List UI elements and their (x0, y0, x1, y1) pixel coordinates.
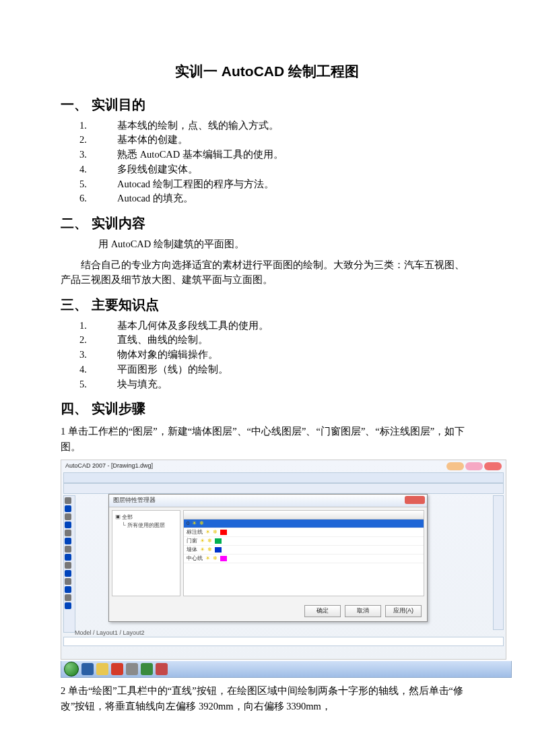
list-item-text: 块与填充。 (117, 379, 168, 389)
list-item-text: 物体对象的编辑操作。 (117, 349, 218, 360)
modify-toolbar[interactable] (493, 495, 504, 630)
section-4-label: 实训步骤 (92, 401, 145, 416)
list-item-text: 熟悉 AutoCAD 基本编辑工具的使用。 (117, 149, 283, 160)
layer-row[interactable]: 墙体 ☀❄ (184, 546, 424, 555)
taskbar-autocad-icon[interactable] (156, 663, 168, 675)
section-3-num: 三、 (61, 294, 92, 315)
draw-toolbar[interactable] (63, 495, 75, 633)
taskbar-app-icon[interactable] (126, 663, 138, 675)
list-item: 3.物体对象的编辑操作。 (98, 348, 473, 363)
layer-name: 门窗 (187, 537, 197, 545)
list-item-text: 基本线的绘制，点、线的输入方式。 (117, 120, 279, 131)
tree-node-label: 所有使用的图层 (127, 522, 165, 528)
tool-icon[interactable] (65, 554, 71, 561)
dialog-close-icon[interactable] (405, 496, 425, 504)
embedded-screenshot: AutoCAD 2007 - [Drawing1.dwg] 图层特性管理器 ▣ … (61, 460, 506, 660)
dialog-title: 图层特性管理器 (113, 496, 156, 505)
taskbar-folder-icon[interactable] (96, 663, 108, 675)
list-item-text: Autocad 绘制工程图的程序与方法。 (117, 179, 274, 189)
tool-icon[interactable] (65, 586, 71, 593)
minimize-icon[interactable] (446, 462, 464, 470)
layer-list[interactable]: 0 ☀❄ 标注线 ☀❄ 门窗 ☀❄ 墙体 (183, 510, 424, 596)
maximize-icon[interactable] (465, 462, 483, 470)
color-swatch (220, 556, 227, 561)
section-1-num: 一、 (61, 94, 92, 115)
ok-button[interactable]: 确定 (304, 605, 341, 617)
section-2-para-text: 结合自己的专业方向选择适宜的素材进行平面图的绘制。大致分为三类：汽车五视图、产品… (61, 259, 465, 285)
tool-icon[interactable] (65, 513, 71, 520)
apply-button[interactable]: 应用(A) (385, 605, 422, 617)
section-1-list: 1.基本线的绘制，点、线的输入方式。 2.基本体的创建。 3.熟悉 AutoCA… (98, 119, 473, 207)
tool-icon[interactable] (65, 570, 71, 577)
list-item: 6.Autocad 的填充。 (98, 191, 473, 206)
tool-icon[interactable] (65, 546, 71, 553)
layer-name: 中心线 (187, 555, 203, 563)
section-3-list: 1.基本几何体及多段线工具的使用。 2.直线、曲线的绘制。 3.物体对象的编辑操… (98, 319, 473, 392)
command-line[interactable] (63, 637, 504, 646)
start-button[interactable] (64, 662, 79, 676)
layer-name: 墙体 (187, 546, 197, 554)
section-2-heading: 二、实训内容 (61, 213, 473, 233)
toolbar-strip[interactable] (63, 483, 504, 494)
layer-name: 0 (187, 519, 189, 528)
list-item-text: 基本几何体及多段线工具的使用。 (117, 320, 269, 331)
step-2-text: 2 单击“绘图”工具栏中的“直线”按钮，在绘图区域中间绘制两条十字形的轴线，然后… (61, 683, 473, 714)
close-icon[interactable] (484, 462, 502, 470)
section-4-num: 四、 (61, 398, 92, 418)
taskbar-app-icon[interactable] (141, 663, 153, 675)
step-1-text: 1 单击工作栏的“图层”，新建“墙体图层”、“中心线图层”、“门窗图层”、“标注… (61, 424, 473, 454)
section-2-line1: 用 AutoCAD 绘制建筑的平面图。 (98, 237, 473, 252)
tree-node[interactable]: ▣ 全部 (115, 513, 177, 522)
list-item: 4.平面图形（线）的绘制。 (98, 363, 473, 377)
taskbar-app-icon[interactable] (111, 663, 123, 675)
tree-node-label: 全部 (122, 514, 133, 520)
layer-row[interactable]: 门窗 ☀❄ (184, 537, 424, 546)
color-swatch (220, 530, 227, 535)
tool-icon[interactable] (65, 578, 71, 585)
app-title: AutoCAD 2007 - [Drawing1.dwg] (65, 462, 153, 471)
list-item: 1.基本线的绘制，点、线的输入方式。 (98, 119, 473, 133)
color-swatch (207, 521, 213, 526)
layer-list-header[interactable] (184, 511, 424, 519)
list-item-text: 多段线创建实体。 (117, 164, 198, 175)
layer-row[interactable]: 中心线 ☀❄ (184, 555, 424, 563)
layer-manager-dialog: 图层特性管理器 ▣ 全部 └ 所有使用的图层 0 ☀❄ 标注线 (108, 494, 428, 622)
color-swatch (215, 547, 222, 553)
layer-row[interactable]: 0 ☀❄ (184, 519, 424, 528)
color-swatch (215, 538, 222, 544)
cancel-button[interactable]: 取消 (345, 605, 381, 617)
section-1-label: 实训目的 (92, 97, 145, 112)
tool-icon[interactable] (65, 562, 71, 569)
layer-row[interactable]: 标注线 ☀❄ (184, 528, 424, 537)
tool-icon[interactable] (65, 538, 71, 544)
window-controls (446, 462, 502, 470)
tool-icon[interactable] (65, 505, 71, 512)
list-item: 2.直线、曲线的绘制。 (98, 333, 473, 348)
taskbar-ie-icon[interactable] (81, 663, 94, 675)
tool-icon[interactable] (65, 530, 71, 536)
tool-icon[interactable] (65, 497, 71, 504)
list-item: 5.Autocad 绘制工程图的程序与方法。 (98, 177, 473, 192)
section-3-label: 主要知识点 (92, 297, 159, 312)
section-4-heading: 四、实训步骤 (61, 398, 473, 418)
list-item-text: 平面图形（线）的绘制。 (117, 364, 228, 375)
dialog-titlebar: 图层特性管理器 (109, 495, 427, 507)
page-title: 实训一 AutoCAD 绘制工程图 (61, 61, 473, 82)
tree-node[interactable]: └ 所有使用的图层 (115, 522, 177, 530)
tool-icon[interactable] (65, 594, 71, 601)
tool-icon[interactable] (65, 522, 71, 528)
windows-taskbar (61, 661, 512, 678)
list-item-text: 直线、曲线的绘制。 (117, 334, 208, 345)
section-2-num: 二、 (61, 213, 92, 233)
section-2-label: 实训内容 (92, 216, 145, 230)
tool-icon[interactable] (65, 602, 71, 609)
list-item: 1.基本几何体及多段线工具的使用。 (98, 319, 473, 334)
list-item-text: 基本体的创建。 (117, 134, 188, 145)
layer-filter-tree[interactable]: ▣ 全部 └ 所有使用的图层 (112, 510, 180, 596)
list-item-text: Autocad 的填充。 (117, 193, 193, 203)
section-1-heading: 一、实训目的 (61, 94, 473, 115)
section-3-heading: 三、主要知识点 (61, 294, 473, 315)
menu-bar[interactable] (63, 472, 504, 483)
list-item: 3.熟悉 AutoCAD 基本编辑工具的使用。 (98, 148, 473, 162)
layer-name: 标注线 (187, 528, 203, 536)
